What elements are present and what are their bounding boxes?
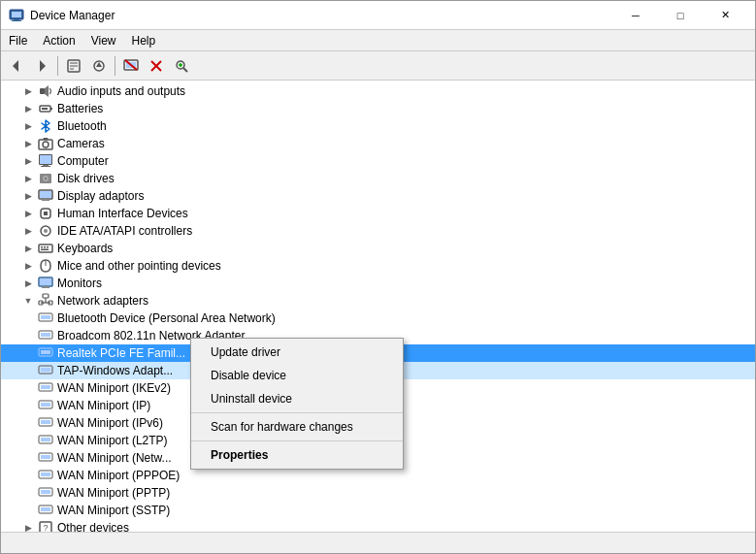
expand-other[interactable]: ▶	[20, 520, 36, 532]
expand-batteries[interactable]: ▶	[20, 101, 36, 116]
wan-pptp-label: WAN Miniport (PPTP)	[55, 486, 170, 500]
update-driver-button[interactable]	[87, 54, 111, 78]
disk-label: Disk drives	[55, 172, 115, 185]
tree-item-hid[interactable]: ▶ Human Interface Devices	[1, 205, 755, 222]
svg-rect-79	[41, 473, 50, 476]
title-bar: Device Manager ─ □ ✕	[1, 1, 755, 30]
svg-rect-73	[41, 420, 50, 424]
svg-point-44	[44, 229, 48, 233]
menu-view[interactable]: View	[83, 32, 124, 49]
svg-rect-1	[12, 12, 21, 17]
menu-bar: File Action View Help	[1, 30, 755, 51]
minimize-button[interactable]: ─	[613, 1, 658, 30]
expand-network[interactable]: ▼	[20, 293, 36, 309]
svg-rect-48	[47, 246, 49, 248]
context-sep-2	[191, 440, 403, 441]
tree-item-wan-sstp[interactable]: WAN Miniport (SSTP)	[1, 502, 755, 519]
context-scan-hardware[interactable]: Scan for hardware changes	[191, 415, 403, 439]
tree-item-computer[interactable]: ▶ Computer	[1, 152, 755, 170]
expand-keyboards[interactable]: ▶	[20, 241, 36, 256]
expand-hid[interactable]: ▶	[20, 206, 36, 221]
menu-action[interactable]: Action	[35, 32, 82, 49]
wan-ip-icon	[38, 398, 53, 413]
tree-item-keyboards[interactable]: ▶ Keyboards	[1, 240, 755, 257]
tree-item-batteries[interactable]: ▶ Batteries	[1, 100, 755, 117]
properties-button[interactable]	[62, 54, 85, 78]
title-bar-icon	[9, 8, 24, 23]
svg-rect-40	[42, 200, 49, 201]
bluetooth-icon	[38, 118, 53, 134]
tree-item-wan-pptp[interactable]: WAN Miniport (PPTP)	[1, 484, 755, 502]
context-menu: Update driver Disable device Uninstall d…	[190, 338, 404, 470]
uninstall-button[interactable]	[145, 54, 168, 78]
wan-ikev2-label: WAN Miniport (IKEv2)	[55, 381, 171, 395]
maximize-button[interactable]: □	[658, 1, 703, 30]
expand-audio[interactable]: ▶	[20, 83, 36, 99]
tree-item-cameras[interactable]: ▶ Cameras	[1, 135, 755, 152]
tree-item-network[interactable]: ▼ Network adapters	[1, 292, 755, 310]
expand-bluetooth[interactable]: ▶	[20, 118, 36, 134]
expand-display[interactable]: ▶	[20, 188, 36, 204]
tree-item-audio[interactable]: ▶ Audio inputs and outputs	[1, 82, 755, 100]
menu-file[interactable]: File	[1, 32, 35, 49]
display-icon	[38, 188, 53, 204]
toolbar-sep-1	[57, 56, 58, 76]
device-manager-window: Device Manager ─ □ ✕ File Action View He…	[0, 0, 756, 554]
expand-disk[interactable]: ▶	[20, 171, 36, 186]
tree-item-ide[interactable]: ▶ IDE ATA/ATAPI controllers	[1, 222, 755, 240]
context-properties[interactable]: Properties	[191, 443, 403, 467]
mice-label: Mice and other pointing devices	[55, 259, 221, 273]
svg-rect-75	[41, 438, 50, 441]
svg-rect-52	[40, 278, 51, 285]
wan-l2tp-label: WAN Miniport (L2TP)	[55, 434, 168, 447]
expand-ide[interactable]: ▶	[20, 223, 36, 239]
tree-item-mice[interactable]: ▶ Mice and other pointing devices	[1, 257, 755, 275]
keyboards-icon	[38, 241, 53, 256]
disable-button[interactable]	[119, 54, 143, 78]
expand-cameras[interactable]: ▶	[20, 136, 36, 151]
wan-sstp-icon	[38, 503, 53, 518]
close-button[interactable]: ✕	[703, 1, 747, 30]
wan-ppoe-label: WAN Miniport (PPPOE)	[55, 469, 180, 482]
svg-rect-38	[40, 191, 51, 198]
svg-rect-33	[41, 166, 50, 167]
wan-netw-label: WAN Miniport (Netw...	[55, 451, 172, 465]
forward-button[interactable]	[30, 54, 53, 78]
svg-rect-24	[50, 108, 52, 110]
net-bt-label: Bluetooth Device (Personal Area Network)	[55, 311, 276, 325]
expand-mice[interactable]: ▶	[20, 258, 36, 274]
context-update-driver[interactable]: Update driver	[191, 341, 403, 364]
main-content: ▶ Audio inputs and outputs ▶	[1, 81, 755, 532]
svg-rect-61	[41, 315, 50, 319]
hid-icon	[38, 206, 53, 221]
expand-computer[interactable]: ▶	[20, 153, 36, 169]
scan-button[interactable]	[170, 54, 193, 78]
mice-icon	[38, 258, 53, 274]
expand-monitors[interactable]: ▶	[20, 276, 36, 291]
device-tree[interactable]: ▶ Audio inputs and outputs ▶	[1, 81, 755, 532]
svg-marker-22	[45, 85, 49, 97]
back-button[interactable]	[5, 54, 28, 78]
svg-rect-55	[43, 294, 49, 298]
title-bar-controls: ─ □ ✕	[613, 1, 747, 30]
menu-help[interactable]: Help	[124, 32, 164, 49]
svg-point-36	[45, 178, 47, 179]
wan-ip-label: WAN Miniport (IP)	[55, 399, 150, 412]
ide-label: IDE ATA/ATAPI controllers	[55, 224, 192, 238]
wan-netw-icon	[38, 450, 53, 466]
tree-item-monitors[interactable]: ▶ Monitors	[1, 275, 755, 292]
context-disable-device[interactable]: Disable device	[191, 364, 403, 387]
svg-line-18	[183, 68, 187, 72]
tree-item-net-bt[interactable]: Bluetooth Device (Personal Area Network)	[1, 310, 755, 327]
tree-item-bluetooth[interactable]: ▶ Bluetooth	[1, 117, 755, 135]
svg-point-28	[43, 142, 49, 147]
tree-item-other[interactable]: ▶ ? Other devices	[1, 519, 755, 532]
tree-item-disk[interactable]: ▶ Disk drives	[1, 170, 755, 187]
tree-item-display[interactable]: ▶ Display adaptors	[1, 187, 755, 205]
wan-ipv6-icon	[38, 415, 53, 431]
svg-rect-69	[41, 385, 50, 389]
wan-l2tp-icon	[38, 433, 53, 448]
computer-icon	[38, 153, 53, 169]
svg-rect-47	[44, 246, 46, 248]
context-uninstall-device[interactable]: Uninstall device	[191, 387, 403, 410]
